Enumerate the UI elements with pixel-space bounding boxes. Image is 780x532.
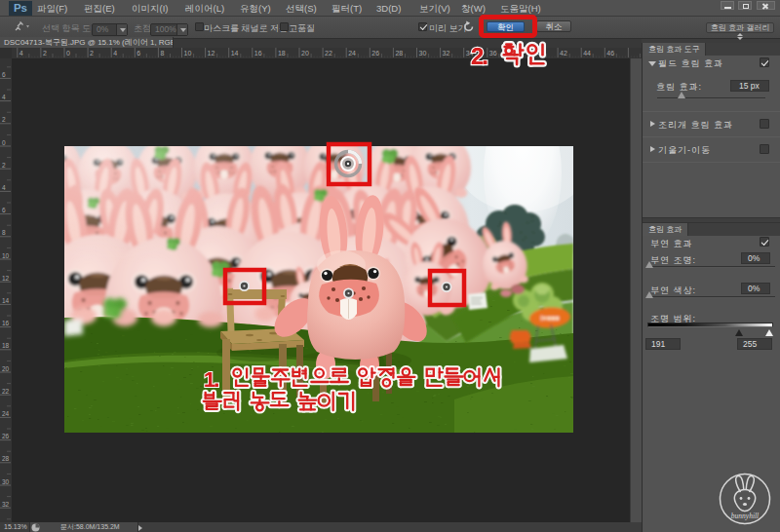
- svg-text:44: 44: [583, 50, 591, 57]
- svg-text:14: 14: [2, 297, 10, 304]
- svg-text:30: 30: [419, 50, 427, 57]
- svg-text:6: 6: [2, 207, 6, 213]
- svg-text:46: 46: [606, 50, 614, 57]
- svg-text:20: 20: [2, 365, 10, 372]
- svg-text:2: 2: [2, 116, 6, 123]
- svg-text:18: 18: [2, 342, 10, 349]
- svg-text:4: 4: [2, 94, 6, 100]
- svg-text:8: 8: [160, 50, 164, 57]
- svg-text:2: 2: [90, 50, 94, 57]
- svg-text:8: 8: [2, 229, 6, 236]
- svg-text:32: 32: [443, 50, 450, 57]
- svg-text:4: 4: [20, 50, 23, 57]
- svg-text:10: 10: [2, 252, 10, 259]
- svg-text:10: 10: [184, 50, 192, 57]
- svg-text:40: 40: [536, 50, 544, 57]
- svg-text:34: 34: [466, 50, 474, 57]
- svg-text:bunnyhill: bunnyhill: [731, 512, 759, 520]
- svg-text:6: 6: [136, 50, 140, 57]
- svg-text:22: 22: [2, 388, 10, 395]
- svg-text:14: 14: [231, 50, 239, 57]
- svg-text:2: 2: [2, 162, 6, 169]
- svg-text:36: 36: [489, 50, 497, 57]
- svg-text:38: 38: [513, 50, 521, 57]
- svg-text:12: 12: [208, 50, 215, 57]
- svg-text:28: 28: [2, 455, 10, 462]
- svg-text:18: 18: [278, 50, 286, 57]
- svg-text:30: 30: [2, 478, 10, 485]
- svg-text:4: 4: [113, 50, 117, 57]
- svg-text:16: 16: [254, 50, 262, 57]
- svg-text:20: 20: [301, 50, 309, 57]
- svg-text:42: 42: [560, 50, 567, 57]
- svg-text:26: 26: [2, 433, 10, 439]
- svg-text:0: 0: [66, 50, 70, 57]
- svg-text:26: 26: [371, 50, 379, 57]
- svg-text:12: 12: [2, 275, 10, 282]
- svg-text:32: 32: [2, 501, 10, 508]
- svg-text:24: 24: [348, 50, 356, 57]
- svg-text:I♥■■■: I♥■■■: [541, 315, 560, 322]
- svg-text:24: 24: [2, 410, 10, 417]
- svg-text:6: 6: [2, 71, 6, 78]
- svg-text:2: 2: [43, 50, 47, 57]
- svg-text:22: 22: [325, 50, 332, 57]
- svg-text:0: 0: [2, 139, 6, 146]
- svg-text:28: 28: [395, 50, 403, 57]
- svg-text:4: 4: [2, 184, 6, 191]
- svg-text:16: 16: [2, 320, 10, 326]
